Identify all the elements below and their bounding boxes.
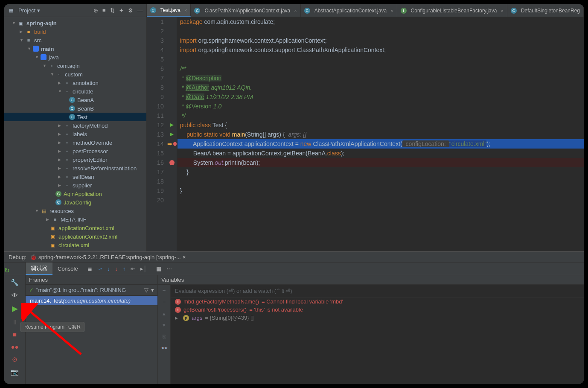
gear-icon[interactable]: ⚙ [128,7,133,14]
tab-debugger[interactable]: 调试器 [26,263,52,275]
more-icon[interactable]: ⋯ [166,265,172,272]
tree-circulate[interactable]: ▼▫circulate [4,87,146,96]
copy-icon[interactable]: ⎘ [163,333,166,340]
tree-item[interactable]: ▶▫supplier [4,181,146,190]
error-badge-icon: ! [175,307,181,313]
editor-area: CTest.java× CClassPathXmlApplicationCont… [147,4,584,251]
filter-icon[interactable]: ⇅ [110,7,115,14]
step-into-icon[interactable]: ↓ [107,265,110,272]
project-title: Project [18,7,35,14]
filter-icon[interactable]: ▽ [144,287,148,293]
package-icon: ▫ [64,148,70,155]
run-gutter-icon[interactable] [167,120,177,130]
tree-item[interactable]: ▶▫labels [4,130,146,138]
threads-icon[interactable]: ≣ [87,265,92,272]
debug-tab-bar: Debug: 🐞spring-framework-5.2.21.RELEASE:… [4,252,584,263]
close-icon[interactable]: × [501,8,503,13]
class-icon: C [69,105,75,111]
gutter-icons: ➡ [167,17,177,251]
run-config[interactable]: 🐞spring-framework-5.2.21.RELEASE:spring-… [30,254,186,260]
project-icon: ▦ [8,7,15,14]
settings-icon[interactable]: 🔧 [11,279,19,286]
tree-item[interactable]: ▶▫factoryMethod [4,121,146,130]
tree-xml[interactable]: ▣circulate.xml [4,241,146,249]
stack-frame[interactable]: main:14, Test (com.aqin.custom.circulate… [26,296,157,305]
mute-breakpoints-icon[interactable]: ⊘ [12,356,17,363]
execution-point-icon[interactable]: ➡ [167,139,177,149]
tree-build[interactable]: ▶■build [4,27,146,36]
package-icon: ▫ [64,165,70,172]
tree-item[interactable]: ▶▫methodOverride [4,138,146,147]
tab-test[interactable]: CTest.java× [147,4,191,17]
tree-beanB[interactable]: CBeanB [4,104,146,113]
pause-icon[interactable]: ⏸ [12,318,18,326]
resume-button[interactable]: ▶ [12,304,18,313]
tree-root[interactable]: ▼▣spring-aqin [4,19,146,27]
variable-row[interactable]: !getBeanPostProcessors() = 'this' is not… [171,306,584,314]
collapse-icon[interactable]: — [137,7,143,14]
remove-watch-icon[interactable]: − [163,299,166,305]
variable-row[interactable]: ▶pargs = {String[0]@439} [] [171,314,584,322]
tree-item[interactable]: ▶▫propertyEditor [4,155,146,164]
step-over-icon[interactable]: ⤻ [97,265,102,272]
tree-beanA[interactable]: CBeanA [4,96,146,104]
star-icon[interactable]: ✦ [119,7,124,14]
tab[interactable]: CDefaultSingletonBeanReg [507,4,584,17]
class-icon: C [69,97,75,103]
tree-src[interactable]: ▼■src [4,36,146,44]
tree-resources[interactable]: ▼▤resources [4,207,146,215]
close-icon[interactable]: × [294,8,297,13]
resources-icon: ▤ [41,207,47,214]
close-icon[interactable]: × [183,254,186,260]
drop-frame-icon[interactable]: ⇤ [131,265,135,272]
tab[interactable]: CAbstractApplicationContext.java× [301,4,397,17]
run-gutter-icon[interactable] [167,130,177,139]
tree-aqinApp[interactable]: CAqinApplication [4,190,146,198]
tab-console[interactable]: Console [52,263,83,275]
tab[interactable]: CClassPathXmlApplicationContext.java× [191,4,300,17]
evaluate-input[interactable]: Evaluate expression (⏎) or add a watch (… [171,285,584,298]
step-out-icon[interactable]: ↑ [123,265,126,272]
variable-row[interactable]: !mbd.getFactoryMethodName() = Cannot fin… [171,298,584,306]
tree-item[interactable]: ▶▫resolveBeforeInstantiation [4,164,146,172]
close-icon[interactable]: × [390,8,393,13]
stop-icon[interactable]: ■ [13,331,17,338]
src-folder-icon [41,54,47,60]
force-step-icon[interactable]: ↓ [115,265,118,272]
glasses-icon[interactable]: 👓 [161,345,168,351]
evaluate-icon[interactable]: ▦ [156,265,161,272]
variables-header: Variables [158,275,584,285]
breakpoints-icon[interactable]: ●● [11,343,18,350]
tree-item[interactable]: ▶▫selfBean [4,172,146,181]
down-icon[interactable]: ▾ [163,322,166,328]
tree-metainf[interactable]: ▶■META-INF [4,215,146,224]
tab[interactable]: IConfigurableListableBeanFactory.java× [397,4,507,17]
tree-test[interactable]: CTest [4,113,146,121]
tree-custom[interactable]: ▼▫custom [4,70,146,79]
tree-xml[interactable]: ▣applicationContext2.xml [4,232,146,241]
tree-javaConfig[interactable]: CJavaConfig [4,198,146,207]
line-gutter: 1234567891011121314151617181920 [147,17,167,251]
breakpoint-icon[interactable] [167,158,177,167]
code-content[interactable]: package package com.aqin.custom.circulat… [177,17,584,251]
thread-selector[interactable]: ✓ "main"@1 in gro..."main": RUNNING ▽ ▾ [26,285,157,296]
tree-pkg[interactable]: ▼▫com.aqin [4,61,146,70]
tree-java[interactable]: ▼java [4,53,146,61]
close-icon[interactable]: × [184,8,187,13]
tree-annotation[interactable]: ▶▫annotation [4,79,146,87]
tree-item[interactable]: ▶▫postProcessor [4,147,146,155]
target-icon[interactable]: ⊕ [93,7,98,14]
up-icon[interactable]: ▴ [163,310,166,317]
run-to-cursor-icon[interactable]: ▸│ [140,265,147,272]
class-icon: C [55,191,61,197]
interface-icon: I [401,8,407,14]
view-icon[interactable]: 👁 [12,292,18,299]
sort-icon[interactable]: ≡ [102,7,106,14]
tree-xml[interactable]: ▣applicationContext.xml [4,224,146,232]
code-editor[interactable]: 1234567891011121314151617181920 ➡ packag… [147,17,584,251]
tree-main[interactable]: ▼main [4,44,146,53]
add-watch-icon[interactable]: + [163,287,166,294]
rerun-icon[interactable]: ↻ [4,267,10,274]
camera-icon[interactable]: 📷 [11,368,19,376]
dropdown-icon[interactable]: ▾ [151,287,154,293]
